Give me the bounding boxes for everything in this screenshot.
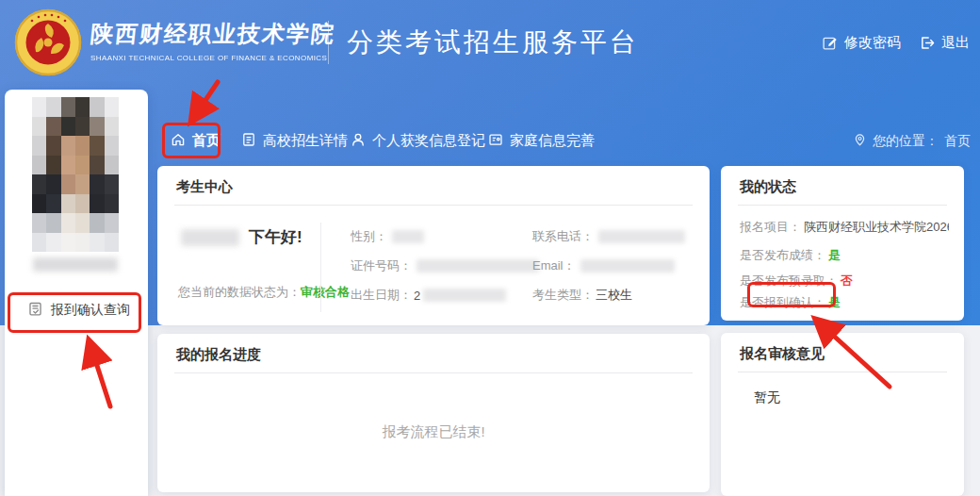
field-email-label: Email： xyxy=(532,257,576,274)
status-row-preadmission-label: 是否发布预录取： xyxy=(740,273,838,288)
greeting-name-blurred xyxy=(181,229,239,246)
progress-empty-message: 报考流程已结束! xyxy=(157,423,710,441)
clipboard-check-icon xyxy=(27,301,43,320)
status-row-score-published: 是否发布成绩：是 xyxy=(740,247,841,264)
change-password-label: 修改密码 xyxy=(844,34,901,52)
field-email: Email： xyxy=(532,257,675,274)
candidate-center-title: 考生中心 xyxy=(176,178,233,196)
blurred-value xyxy=(598,230,685,243)
location-pin-icon xyxy=(853,133,867,150)
my-progress-card: 我的报名进度 报考流程已结束! xyxy=(157,334,710,492)
school-logo-icon xyxy=(13,8,83,77)
logout-icon xyxy=(919,35,935,51)
vertical-divider xyxy=(320,223,321,312)
page: 陕西财经职业技术学院 SHAANXI TECHNICAL COLLEGE OF … xyxy=(0,0,980,496)
review-opinion-content: 暂无 xyxy=(754,389,780,406)
field-phone: 联系电话： xyxy=(532,228,685,245)
field-birth-date: 出生日期： 2 xyxy=(351,287,506,304)
greeting-text: 下午好! xyxy=(249,226,302,248)
blurred-value xyxy=(423,289,506,302)
my-status-card: 我的状态 报名项目：陕西财经职业技术学院2026年分类... 是否发布成绩：是 … xyxy=(721,166,964,321)
tab-home[interactable]: 首页 xyxy=(171,132,220,150)
review-opinion-card: 报名审核意见 暂无 xyxy=(721,333,964,496)
tab-family-info-label: 家庭信息完善 xyxy=(510,132,595,150)
field-gender: 性别： xyxy=(351,228,424,245)
status-row-project: 报名项目：陕西财经职业技术学院2026年分类... xyxy=(740,219,949,236)
tab-award-registration-label: 个人获奖信息登记 xyxy=(372,132,485,150)
status-row-report-label: 是否报到确认： xyxy=(740,295,825,309)
field-birth-date-value: 2 xyxy=(414,289,420,303)
home-icon xyxy=(171,132,186,150)
tab-award-registration[interactable]: 个人获奖信息登记 xyxy=(351,132,485,150)
sidebar-item-report-confirmation-query[interactable]: 报到确认查询 xyxy=(5,293,148,327)
change-password-button[interactable]: 修改密码 xyxy=(822,34,901,52)
school-name: 陕西财经职业技术学院 xyxy=(89,19,336,49)
field-phone-label: 联系电话： xyxy=(532,228,594,245)
tab-admission-details-label: 高校招生详情 xyxy=(263,132,348,150)
breadcrumb-current: 首页 xyxy=(944,133,971,150)
school-name-english: SHAANXI TECHNICAL COLLEGE OF FINANCE & E… xyxy=(90,54,335,62)
breadcrumb-label: 您的位置： xyxy=(873,133,939,150)
field-candidate-type-label: 考生类型： xyxy=(532,287,594,304)
field-gender-label: 性别： xyxy=(351,228,387,245)
sidebar-item-label: 报到确认查询 xyxy=(51,302,130,319)
tab-family-info[interactable]: 家庭信息完善 xyxy=(488,132,595,150)
person-icon xyxy=(351,132,366,150)
divider xyxy=(174,372,693,373)
field-id-number: 证件号码： xyxy=(351,257,539,274)
my-status-title: 我的状态 xyxy=(740,178,796,196)
review-opinion-title: 报名审核意见 xyxy=(740,345,825,363)
school-name-block: 陕西财经职业技术学院 SHAANXI TECHNICAL COLLEGE OF … xyxy=(90,19,335,62)
candidate-center-card: 考生中心 下午好! 您当前的数据状态为：审核合格 性别： 证件号码： 出生日期：… xyxy=(157,166,710,325)
status-row-score-value: 是 xyxy=(828,248,841,262)
divider xyxy=(738,205,947,206)
header-divider xyxy=(328,21,329,64)
sidebar: 报到确认查询 xyxy=(5,90,148,496)
status-row-report-confirmed: 是否报到确认：是 xyxy=(740,294,841,311)
status-row-report-value: 是 xyxy=(828,295,841,309)
status-row-project-value: 陕西财经职业技术学院2026年分类... xyxy=(804,220,949,234)
greeting-row: 下午好! xyxy=(181,226,302,248)
divider xyxy=(174,205,693,206)
logout-button[interactable]: 退出 xyxy=(919,34,970,52)
status-row-preadmission-published: 是否发布预录取：否 xyxy=(740,273,853,289)
blurred-value xyxy=(392,230,424,243)
my-progress-title: 我的报名进度 xyxy=(176,346,261,364)
edit-icon xyxy=(822,35,838,51)
field-id-number-label: 证件号码： xyxy=(351,257,412,274)
tab-home-label: 首页 xyxy=(192,132,220,150)
field-candidate-type-value: 三校生 xyxy=(596,287,632,304)
status-row-preadmission-value: 否 xyxy=(841,273,853,288)
id-card-icon xyxy=(488,132,503,150)
platform-title: 分类考试招生服务平台 xyxy=(347,25,639,60)
data-status-label: 您当前的数据状态为： xyxy=(178,285,301,299)
blurred-value xyxy=(416,259,539,273)
status-row-project-label: 报名项目： xyxy=(740,220,801,234)
tab-admission-details[interactable]: 高校招生详情 xyxy=(241,132,348,150)
field-birth-date-label: 出生日期： xyxy=(351,287,412,304)
candidate-name-blurred xyxy=(33,257,118,272)
breadcrumb: 您的位置：首页 xyxy=(853,133,971,150)
data-status-value: 审核合格 xyxy=(301,285,350,299)
status-row-score-label: 是否发布成绩： xyxy=(740,248,825,262)
data-status-line: 您当前的数据状态为：审核合格 xyxy=(178,284,350,301)
candidate-photo xyxy=(32,97,119,252)
document-icon xyxy=(241,132,256,150)
blurred-value xyxy=(580,259,675,273)
field-candidate-type: 考生类型： 三校生 xyxy=(532,287,632,304)
logout-label: 退出 xyxy=(941,34,970,52)
divider xyxy=(738,372,947,372)
